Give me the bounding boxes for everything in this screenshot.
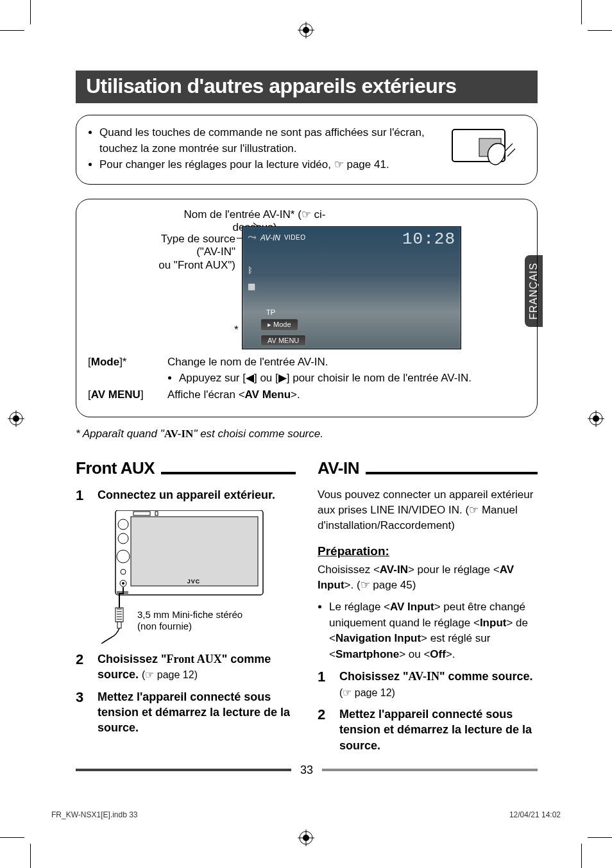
screen-video-label: VIDEO (284, 234, 306, 241)
section-av-in: AV-IN Vous pouvez connecter un appareil … (318, 458, 538, 760)
page-number: 33 (291, 764, 322, 777)
label-source-type-l2: ou "Front AUX") (158, 259, 235, 271)
plug-label-l2: (non fournie) (137, 621, 192, 631)
indb-filename: FR_KW-NSX1[E].indb 33 (51, 810, 138, 819)
prep-bullet: Le réglage <AV Input> peut être changé u… (329, 599, 538, 663)
step3-text: Mettez l'appareil connecté sous tension … (98, 690, 290, 735)
avin-intro: Vous pouvez connecter un appareil extéri… (318, 487, 538, 533)
svg-rect-37 (117, 622, 121, 628)
def-mode-key: [Mode]* (88, 356, 126, 368)
registration-mark-top (298, 22, 314, 38)
page-title: Utilisation d'autres appareils extérieur… (76, 71, 538, 103)
info-box: Quand les touches de commande ne sont pa… (76, 115, 538, 185)
touch-illustration (451, 126, 523, 172)
front-panel-illustration: JVC 3,5 mm Mini-fiche stéréo (non fou (98, 510, 296, 646)
step-num-2: 2 (76, 651, 89, 683)
plug-label-l1: 3,5 mm Mini-fiche stéréo (137, 609, 242, 620)
footnote: * Apparaît quand "AV-IN" est choisi comm… (76, 428, 538, 440)
screen-clock: 10:28 (402, 230, 455, 249)
label-asterisk: * (234, 324, 239, 337)
screen-mode-button[interactable]: ▸ Mode (260, 319, 298, 331)
step1-text: Connectez un appareil extérieur. (98, 488, 275, 501)
svg-rect-31 (115, 608, 123, 622)
prep-heading: Préparation: (318, 544, 538, 558)
registration-mark-right (588, 410, 604, 427)
step-num-1: 1 (76, 487, 89, 504)
registration-mark-left (8, 410, 24, 427)
grid-icon: ▦ (248, 281, 255, 291)
screen-left-icons: ᛒ ▦ (248, 265, 255, 291)
screen-mode-label: Mode (273, 321, 291, 328)
diagram-box: Nom de l'entrée AV-IN* (☞ ci-dessous) Ty… (76, 199, 538, 417)
svg-point-26 (117, 550, 130, 563)
def-avmenu-key: [AV MENU] (88, 388, 144, 401)
device-screen: ⤳ AV-IN VIDEO 10:28 ᛒ ▦ TP ▸ Mode AV MEN… (242, 226, 461, 349)
avin-step-num-2: 2 (318, 706, 330, 753)
step-num-3: 3 (76, 689, 89, 736)
print-timestamp: 12/04/21 14:02 (509, 810, 561, 819)
heading-av-in: AV-IN (318, 458, 359, 478)
printer-footer: FR_KW-NSX1[E].indb 33 12/04/21 14:02 (51, 810, 561, 819)
brand-label: JVC (187, 578, 201, 585)
def-avmenu-text: Affiche l'écran <AV Menu>. (167, 388, 300, 401)
info-bullet-1: Quand les touches de commande ne sont pa… (99, 125, 432, 156)
def-row-avmenu: [AV MENU] Affiche l'écran <AV Menu>. (88, 388, 525, 401)
bluetooth-icon: ᛒ (248, 265, 255, 275)
avin-step1-paren: (☞ page 12) (339, 687, 395, 698)
screen-source-type: AV-IN (260, 233, 280, 242)
svg-point-24 (118, 519, 128, 530)
svg-point-29 (122, 582, 124, 585)
avin-step1-text: Choisissez "AV-IN" comme source. (339, 670, 533, 683)
svg-point-27 (121, 569, 126, 574)
prep-text: Choisissez <AV-IN> pour le réglage <AV I… (318, 562, 538, 593)
section-front-aux: Front AUX 1 Connectez un appareil extéri… (76, 458, 296, 760)
info-bullet-2: Pour changer les réglages pour la lectur… (99, 157, 432, 173)
screen-avmenu-button[interactable]: AV MENU (260, 335, 306, 346)
page-footer: 33 (76, 764, 538, 776)
svg-rect-21 (131, 517, 258, 586)
svg-line-19 (507, 149, 515, 156)
def-mode-text: Change le nom de l'entrée AV-IN. (167, 356, 328, 368)
avin-step2-text: Mettez l'appareil connecté sous tension … (339, 708, 532, 752)
screen-tp-indicator: TP (263, 308, 278, 317)
info-bullets: Quand les touches de commande ne sont pa… (90, 124, 432, 174)
registration-mark-bottom (298, 830, 314, 846)
heading-rule-r (366, 472, 538, 474)
avin-step-num-1: 1 (318, 669, 330, 700)
svg-line-18 (505, 144, 513, 151)
heading-rule (161, 472, 296, 474)
svg-point-25 (118, 533, 128, 544)
def-row-mode: [Mode]* Change le nom de l'entrée AV-IN.… (88, 356, 525, 385)
def-mode-sub: Appuyez sur [◀] ou [▶] pour choisir le n… (179, 371, 525, 385)
step2-paren: (☞ page 12) (142, 669, 198, 680)
heading-front-aux: Front AUX (76, 458, 155, 478)
label-source-type-l1: Type de source ("AV-IN" (161, 233, 235, 258)
